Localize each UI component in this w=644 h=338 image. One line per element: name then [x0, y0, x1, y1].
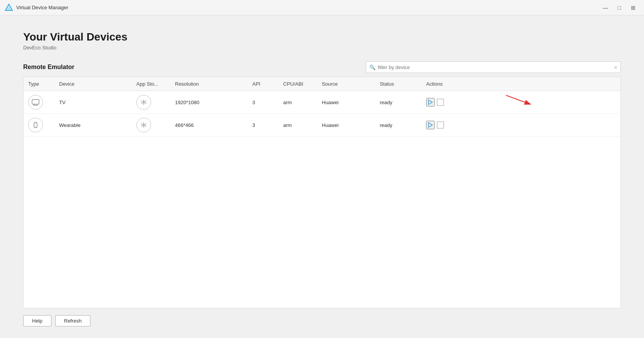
wearable-icon [28, 118, 43, 132]
minimize-button[interactable]: — [599, 2, 612, 14]
cell-source-wearable: Huawei [317, 114, 375, 137]
restore-button[interactable]: □ [613, 2, 625, 14]
search-clear-icon[interactable]: × [614, 64, 617, 70]
col-header-actions: Actions [421, 77, 620, 91]
col-header-cpu: CPU/ABI [279, 77, 317, 91]
svg-rect-10 [34, 123, 37, 127]
appstore-icon-tv [136, 95, 151, 110]
cell-device-tv: TV [54, 91, 132, 114]
cell-type-tv [24, 91, 54, 114]
cell-actions-wearable [421, 114, 620, 137]
cell-cpu-wearable: arm [279, 114, 317, 137]
actions-container-tv [426, 98, 616, 106]
main-content: Your Virtual Devices DevEco Studio Remot… [0, 15, 644, 338]
section-header: Remote Emulator 🔍 × [23, 61, 621, 73]
col-header-status: Status [375, 77, 421, 91]
table-header-row: Type Device App Sto... Resolution API CP… [24, 77, 620, 91]
section-title: Remote Emulator [23, 64, 74, 71]
svg-marker-18 [428, 123, 432, 127]
titlebar-left: Virtual Device Manager [5, 3, 68, 12]
play-button-tv[interactable] [426, 98, 435, 106]
cell-type-wearable [24, 114, 54, 137]
col-header-source: Source [317, 77, 375, 91]
titlebar: Virtual Device Manager — □ ⊞ [0, 0, 644, 15]
search-input[interactable] [378, 64, 614, 70]
actions-container-wearable [426, 121, 616, 129]
refresh-button[interactable]: Refresh [55, 315, 91, 326]
cell-api-tv: 3 [248, 91, 279, 114]
stop-button-wearable[interactable] [437, 122, 444, 128]
table-row: Wearable 466*466 3 [24, 114, 620, 137]
cell-resolution-wearable: 466*466 [170, 114, 248, 137]
cell-cpu-tv: arm [279, 91, 317, 114]
app-title: Virtual Device Manager [16, 5, 68, 10]
col-header-device: Device [54, 77, 132, 91]
appstore-icon-wearable [136, 118, 151, 132]
search-icon: 🔍 [369, 64, 376, 70]
cell-appstore-tv [132, 91, 170, 114]
col-header-type: Type [24, 77, 54, 91]
device-table: Type Device App Sto... Resolution API CP… [23, 77, 621, 308]
device-table-wrapper: Type Device App Sto... Resolution API CP… [23, 77, 621, 308]
table-row: TV 1920*1080 [24, 91, 620, 114]
cell-api-wearable: 3 [248, 114, 279, 137]
titlebar-controls: — □ ⊞ [599, 2, 639, 14]
cell-appstore-wearable [132, 114, 170, 137]
search-box: 🔍 × [366, 61, 621, 73]
play-button-wearable[interactable] [426, 121, 435, 129]
tv-icon [28, 95, 43, 110]
cell-status-wearable: ready [375, 114, 421, 137]
grid-button[interactable]: ⊞ [627, 2, 639, 14]
svg-marker-9 [428, 100, 432, 105]
cell-actions-tv [421, 91, 620, 114]
cell-source-tv: Huawei [317, 91, 375, 114]
page-subtitle: DevEco Studio [23, 45, 621, 51]
app-logo-icon [5, 3, 13, 12]
help-button[interactable]: Help [23, 315, 51, 326]
cell-resolution-tv: 1920*1080 [170, 91, 248, 114]
col-header-resolution: Resolution [170, 77, 248, 91]
cell-device-wearable: Wearable [54, 114, 132, 137]
svg-rect-2 [32, 100, 39, 104]
col-header-api: API [248, 77, 279, 91]
cell-status-tv: ready [375, 91, 421, 114]
bottom-bar: Help Refresh [23, 315, 621, 326]
col-header-appstore: App Sto... [132, 77, 170, 91]
page-title: Your Virtual Devices [23, 31, 621, 43]
stop-button-tv[interactable] [437, 99, 444, 106]
